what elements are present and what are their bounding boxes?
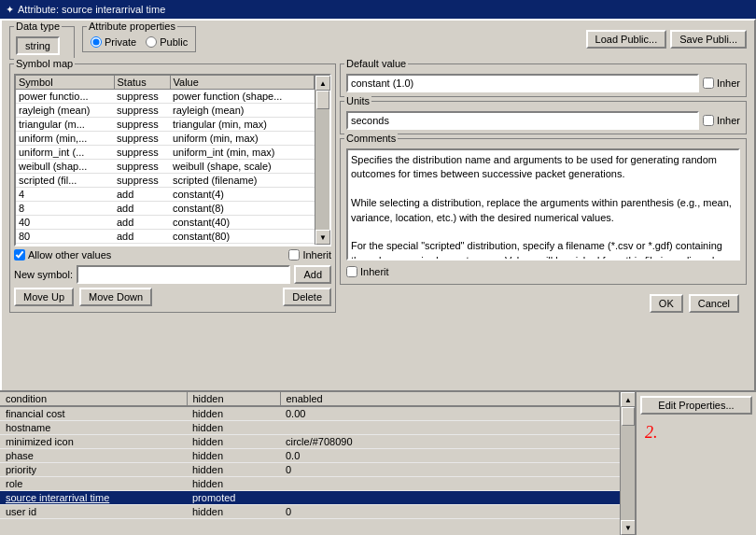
units-inherit-text: Inher bbox=[717, 115, 740, 126]
bottom-cell-enabled bbox=[280, 421, 620, 435]
table-cell-value: uniform (min, max) bbox=[170, 132, 315, 146]
table-row[interactable]: hostnamehidden bbox=[0, 421, 620, 435]
bottom-cell-condition: role bbox=[0, 477, 187, 491]
table-row[interactable]: 8addconstant(8) bbox=[16, 202, 315, 216]
bottom-cell-hidden: hidden bbox=[187, 421, 280, 435]
table-row[interactable]: user idhidden0 bbox=[0, 505, 620, 519]
bottom-cell-condition: financial cost bbox=[0, 406, 187, 421]
move-down-button[interactable]: Move Down bbox=[79, 288, 152, 306]
radio-group: Private Public bbox=[91, 36, 188, 48]
table-cell-symbol: 8 bbox=[16, 202, 114, 216]
table-row[interactable]: uniform_int (...suppressuniform_int (min… bbox=[16, 146, 315, 160]
bottom-cell-enabled: circle/#708090 bbox=[280, 435, 620, 449]
table-row[interactable]: priorityhidden0 bbox=[0, 463, 620, 477]
symbol-table-scrollbar[interactable]: ▲ ▼ bbox=[315, 76, 329, 245]
bottom-cell-condition: source interarrival time bbox=[0, 491, 187, 505]
bottom-cell-hidden: hidden bbox=[187, 477, 280, 491]
table-cell-status: add bbox=[114, 202, 170, 216]
table-row[interactable]: triangular (m...suppresstriangular (min,… bbox=[16, 118, 315, 132]
table-cell-symbol: scripted (fil... bbox=[16, 174, 114, 188]
table-row[interactable]: 80addconstant(80) bbox=[16, 230, 315, 244]
table-row[interactable]: scripted (fil...suppressscripted (filena… bbox=[16, 174, 315, 188]
allow-other-checkbox[interactable] bbox=[14, 249, 25, 260]
table-cell-value: constant(40) bbox=[170, 216, 315, 230]
bottom-col-enabled: enabled bbox=[280, 392, 620, 406]
table-cell-status: suppress bbox=[114, 118, 170, 132]
col-symbol: Symbol bbox=[16, 76, 114, 90]
table-cell-symbol: 4 bbox=[16, 188, 114, 202]
add-button[interactable]: Add bbox=[294, 265, 331, 284]
symbol-map-label: Symbol map bbox=[14, 58, 75, 69]
bottom-scroll-thumb[interactable] bbox=[622, 407, 635, 426]
units-inherit-label[interactable]: Inher bbox=[703, 115, 740, 126]
table-row[interactable]: source interarrival timepromoted bbox=[0, 491, 620, 505]
inherit-check-label[interactable]: Inherit bbox=[288, 249, 331, 260]
default-value-label: Default value bbox=[344, 58, 408, 69]
table-cell-value: weibull (shape, scale) bbox=[170, 160, 315, 174]
new-symbol-label: New symbol: bbox=[14, 269, 73, 280]
bottom-cell-enabled bbox=[280, 477, 620, 491]
private-radio-label[interactable]: Private bbox=[91, 36, 136, 48]
bottom-cell-hidden: hidden bbox=[187, 505, 280, 519]
units-input[interactable] bbox=[346, 111, 699, 130]
default-inherit-label[interactable]: Inher bbox=[703, 77, 740, 89]
cancel-button[interactable]: Cancel bbox=[689, 294, 739, 313]
table-cell-value: scripted (filename) bbox=[170, 174, 315, 188]
bottom-scroll-down[interactable]: ▼ bbox=[621, 520, 636, 535]
units-inherit-checkbox[interactable] bbox=[703, 115, 714, 126]
edit-properties-button[interactable]: Edit Properties... bbox=[640, 396, 752, 415]
table-row[interactable]: rayleigh (mean)suppressrayleigh (mean) bbox=[16, 104, 315, 118]
move-up-button[interactable]: Move Up bbox=[14, 288, 74, 306]
table-row[interactable]: minimized iconhiddencircle/#708090 bbox=[0, 435, 620, 449]
bottom-scrollbar[interactable]: ▲ ▼ bbox=[620, 392, 635, 535]
allow-other-check-label[interactable]: Allow other values bbox=[14, 249, 111, 260]
default-value-row: Inher bbox=[346, 74, 740, 92]
bottom-scroll-up[interactable]: ▲ bbox=[621, 392, 636, 407]
public-radio[interactable] bbox=[146, 36, 157, 48]
comments-text: Specifies the distribution name and argu… bbox=[346, 148, 740, 260]
table-row[interactable]: 40addconstant(40) bbox=[16, 216, 315, 230]
private-radio[interactable] bbox=[91, 36, 102, 48]
comments-inherit-label[interactable]: Inherit bbox=[346, 266, 389, 277]
comments-inherit-checkbox[interactable] bbox=[346, 266, 357, 277]
scroll-up-btn[interactable]: ▲ bbox=[315, 76, 330, 91]
table-cell-symbol: power functio... bbox=[16, 90, 114, 104]
ok-button[interactable]: OK bbox=[650, 294, 683, 313]
default-value-input[interactable] bbox=[346, 74, 699, 92]
bottom-cell-enabled: 0 bbox=[280, 463, 620, 477]
table-row[interactable]: power functio...suppresspower function (… bbox=[16, 90, 315, 104]
units-group: Units Inher bbox=[340, 101, 747, 134]
scroll-thumb[interactable] bbox=[316, 91, 329, 109]
col-value: Value bbox=[170, 76, 315, 90]
table-row[interactable]: weibull (shap...suppressweibull (shape, … bbox=[16, 160, 315, 174]
data-type-label: Data type bbox=[14, 21, 62, 32]
allow-other-row: Allow other values Inherit bbox=[14, 246, 331, 263]
table-row[interactable]: rolehidden bbox=[0, 477, 620, 491]
scroll-down-btn[interactable]: ▼ bbox=[315, 230, 330, 245]
inherit-checkbox[interactable] bbox=[288, 249, 300, 260]
comments-group: Comments Specifies the distribution name… bbox=[340, 138, 747, 285]
data-type-string-button[interactable]: string bbox=[16, 36, 60, 55]
public-radio-label[interactable]: Public bbox=[146, 36, 188, 48]
bottom-table: condition hidden enabled financial costh… bbox=[0, 392, 620, 519]
table-row[interactable]: financial costhidden0.00 bbox=[0, 406, 620, 421]
symbol-map-group: Symbol map Symbol Status Value bbox=[9, 63, 336, 313]
default-inherit-checkbox[interactable] bbox=[703, 77, 714, 89]
table-cell-status: suppress bbox=[114, 104, 170, 118]
table-cell-symbol: 40 bbox=[16, 216, 114, 230]
load-public-button[interactable]: Load Public... bbox=[586, 30, 667, 49]
table-row[interactable]: uniform (min,...suppressuniform (min, ma… bbox=[16, 132, 315, 146]
dialog-bottom: OK Cancel bbox=[340, 290, 747, 317]
units-label: Units bbox=[344, 95, 371, 106]
table-cell-status: add bbox=[114, 188, 170, 202]
table-row[interactable]: phasehidden0.0 bbox=[0, 449, 620, 463]
col-status: Status bbox=[114, 76, 170, 90]
save-public-button[interactable]: Save Publi... bbox=[670, 30, 747, 49]
table-cell-value: triangular (min, max) bbox=[170, 118, 315, 132]
table-row[interactable]: 4addconstant(4) bbox=[16, 188, 315, 202]
delete-button[interactable]: Delete bbox=[283, 288, 331, 306]
comments-inherit-row: Inherit bbox=[346, 263, 740, 280]
title-bar-icon: ✦ bbox=[6, 4, 14, 16]
new-symbol-input[interactable] bbox=[77, 265, 290, 284]
symbol-table: Symbol Status Value power functio...supp… bbox=[16, 76, 315, 244]
